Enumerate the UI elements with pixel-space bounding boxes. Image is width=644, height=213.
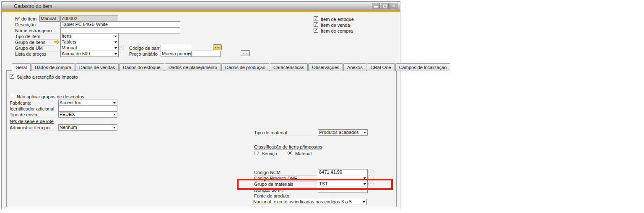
service-radio[interactable] bbox=[254, 151, 259, 155]
material-type-select[interactable]: Produtos acabados bbox=[318, 129, 368, 136]
service-radio-label: Serviço bbox=[262, 151, 277, 157]
uom-group-select[interactable]: Manual bbox=[60, 45, 119, 51]
item-type-select[interactable]: Itens bbox=[60, 33, 119, 39]
description-field[interactable]: Tablet PC 64GB White bbox=[60, 21, 180, 28]
window-title: Cadastro do item bbox=[14, 3, 52, 9]
tax-classification-header: Classificação de itens p/impostos bbox=[254, 144, 322, 150]
chevron-down-icon bbox=[187, 53, 190, 55]
maximize-icon bbox=[383, 5, 387, 8]
inventory-item-label: Item de estoque bbox=[321, 17, 354, 22]
material-radio-label: Material bbox=[295, 151, 312, 157]
manufacturer-label: Fabricante bbox=[10, 100, 57, 106]
inventory-item-checkbox[interactable] bbox=[314, 16, 318, 21]
uom-group-label: Grupo de UM bbox=[15, 46, 59, 51]
item-type-label: Tipo de item bbox=[15, 34, 59, 40]
shipping-type-label: Tipo de envio bbox=[10, 112, 57, 118]
chevron-down-icon bbox=[113, 127, 116, 128]
withholding-tax-checkbox[interactable] bbox=[10, 74, 14, 79]
sales-item-label: Item de venda bbox=[321, 23, 350, 28]
uom-detail-icon[interactable] bbox=[119, 45, 124, 50]
manage-item-by-label: Administrar item por bbox=[10, 125, 57, 131]
additional-id-label: Identificador adicional bbox=[10, 106, 57, 112]
tab-strip: Geral Dados de compra Dados de vendas Da… bbox=[12, 63, 451, 71]
description-label: Descrição bbox=[15, 22, 59, 28]
item-group-select[interactable]: Tablets bbox=[60, 39, 119, 45]
withholding-tax-label: Sujeito a retenção de imposto bbox=[17, 74, 78, 80]
tab-campos-de-localizacao[interactable]: Campos de localização bbox=[395, 63, 451, 71]
foreign-name-field[interactable] bbox=[60, 27, 180, 33]
item-no-label: Nº do item bbox=[15, 16, 38, 22]
tab-anexos[interactable]: Anexos bbox=[343, 63, 366, 71]
chevron-down-icon bbox=[363, 201, 365, 203]
tab-caracteristicas[interactable]: Características bbox=[270, 63, 308, 71]
unit-price-label: Preço unitário bbox=[129, 51, 160, 57]
shipping-type-select[interactable]: FEDEX bbox=[58, 111, 117, 118]
ncm-code-label: Código NCM bbox=[254, 170, 317, 176]
chevron-down-icon bbox=[114, 41, 117, 43]
manufacturer-select[interactable]: Accent Inc bbox=[58, 100, 117, 106]
item-group-label: Grupo de itens bbox=[15, 40, 54, 46]
item-master-window: Cadastro do item Nº do item Manual Z0000… bbox=[1, 1, 400, 209]
accent-bar bbox=[2, 11, 400, 12]
purchase-item-label: Item de compra bbox=[321, 28, 353, 34]
unit-price-field[interactable] bbox=[191, 51, 221, 57]
chevron-down-icon bbox=[113, 102, 116, 104]
barcode-field[interactable] bbox=[161, 45, 191, 51]
chevron-down-icon bbox=[364, 132, 366, 133]
close-button[interactable] bbox=[390, 3, 397, 9]
material-type-label: Tipo de material bbox=[254, 130, 317, 136]
price-browse-button[interactable]: ... bbox=[241, 50, 250, 56]
tab-dados-de-producao[interactable]: Dados de produção bbox=[221, 63, 269, 71]
item-no-field: Z00002 bbox=[60, 15, 118, 22]
maximize-button[interactable] bbox=[381, 3, 389, 9]
minimize-button[interactable] bbox=[372, 3, 380, 9]
link-arrow-icon[interactable] bbox=[54, 40, 60, 44]
chevron-down-icon bbox=[113, 114, 116, 115]
tab-dados-de-vendas[interactable]: Dados de vendas bbox=[75, 63, 119, 71]
price-list-select[interactable]: Acima de 500 bbox=[60, 51, 119, 57]
tab-dados-de-compra[interactable]: Dados de compra bbox=[31, 63, 75, 71]
serial-batch-section-header: Nºs de série e de lote bbox=[10, 119, 54, 124]
tab-crm-one[interactable]: CRM One bbox=[367, 63, 395, 71]
material-radio[interactable] bbox=[288, 151, 292, 155]
ncm-detail-icon[interactable] bbox=[368, 169, 374, 175]
sales-item-checkbox[interactable] bbox=[314, 22, 318, 27]
product-source-label: Fonte do produto bbox=[254, 193, 289, 199]
tab-geral[interactable]: Geral bbox=[12, 63, 31, 71]
product-source-select[interactable]: Nacional, exceto as indicadas nos código… bbox=[252, 199, 367, 205]
no-discount-groups-label: Não aplicar grupos de descontos bbox=[17, 94, 84, 100]
barcode-browse-button[interactable]: ... bbox=[213, 44, 222, 50]
highlight-annotation-box bbox=[237, 179, 393, 190]
minimize-icon bbox=[374, 6, 378, 8]
title-bar[interactable]: Cadastro do item bbox=[2, 2, 400, 11]
close-icon bbox=[390, 3, 397, 9]
tab-observacoes[interactable]: Observações bbox=[308, 63, 343, 71]
item-no-mode-field: Manual bbox=[39, 15, 60, 22]
chevron-down-icon bbox=[114, 47, 117, 49]
ncm-code-field[interactable]: 8471.41.90 bbox=[318, 169, 368, 175]
no-discount-groups-checkbox[interactable] bbox=[10, 94, 14, 98]
price-list-label: Lista de preços bbox=[15, 51, 59, 57]
tab-dados-do-estoque[interactable]: Dados do estoque bbox=[119, 63, 164, 71]
currency-select[interactable]: Moeda princip bbox=[161, 51, 192, 57]
additional-id-field[interactable] bbox=[58, 105, 117, 112]
manage-item-by-select[interactable]: Nenhum bbox=[58, 124, 117, 131]
chevron-down-icon bbox=[114, 36, 117, 37]
barcode-label: Código de barras bbox=[129, 46, 160, 51]
tab-dados-de-planejamento[interactable]: Dados de planejamento bbox=[165, 63, 221, 71]
chevron-down-icon bbox=[114, 53, 117, 55]
foreign-name-label: Nome estrangeiro bbox=[15, 28, 59, 34]
purchase-item-checkbox[interactable] bbox=[314, 28, 318, 33]
